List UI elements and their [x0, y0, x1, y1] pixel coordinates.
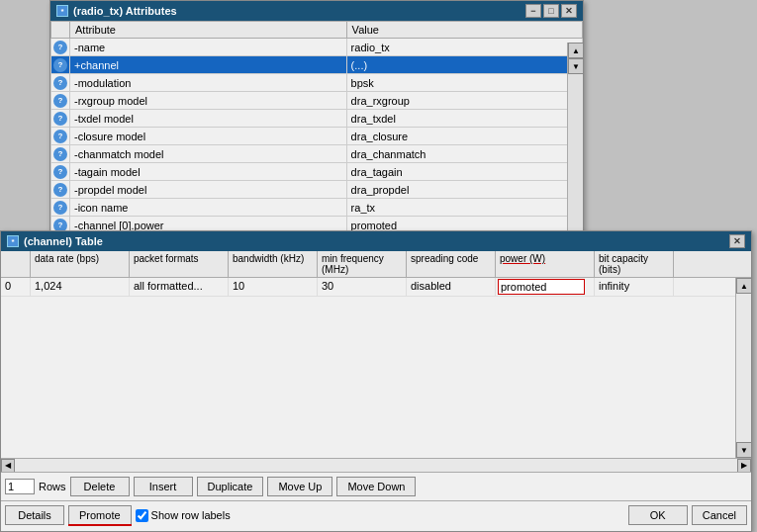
- top-window-title: (radio_tx) Attributes: [73, 5, 177, 17]
- scroll-up-arrow[interactable]: ▲: [736, 278, 751, 294]
- attr-row-value: dra_tagain: [346, 163, 582, 181]
- rows-input[interactable]: [5, 479, 35, 494]
- col-header-bit-cap: bit capacity (bits): [595, 251, 674, 277]
- attr-row-value: dra_rxgroup: [346, 92, 582, 110]
- attr-icon-header: [51, 22, 70, 39]
- attr-row-value: bpsk: [346, 74, 582, 92]
- scroll-down-arrow[interactable]: ▼: [736, 442, 751, 458]
- table-with-scrollbar: 0 1,024 all formatted... 10 30 disabled …: [1, 278, 751, 458]
- attr-row-icon: ?: [51, 128, 70, 145]
- h-scroll-left-arrow[interactable]: ◀: [1, 459, 15, 473]
- cell-spreading: disabled: [407, 278, 496, 296]
- attr-row-icon: ?: [51, 39, 70, 56]
- col-header-packet-fmt: packet formats: [130, 251, 229, 277]
- cell-packet-fmt: all formatted...: [130, 278, 229, 296]
- channel-table-window: * (channel) Table ✕ data rate (bps) pack…: [0, 230, 752, 532]
- bottom-content: data rate (bps) packet formats bandwidth…: [1, 251, 751, 529]
- attr-row-icon: ?: [51, 74, 70, 92]
- attr-row-name: -modulation: [70, 74, 347, 92]
- table-header-row: data rate (bps) packet formats bandwidth…: [1, 251, 751, 278]
- attr-row-name: -closure model: [70, 128, 347, 145]
- power-input[interactable]: [498, 279, 585, 295]
- scroll-track[interactable]: [736, 294, 751, 442]
- col-header-spreading: spreading code: [407, 251, 496, 277]
- ok-button[interactable]: OK: [628, 505, 688, 525]
- cell-row-num: 0: [1, 278, 31, 296]
- attr-row-value: ra_tx: [346, 199, 582, 217]
- attr-row-name: +channel: [70, 56, 347, 74]
- window-icon: *: [56, 5, 68, 17]
- insert-button[interactable]: Insert: [134, 477, 193, 496]
- rows-label: Rows: [39, 481, 66, 492]
- show-row-labels-checkbox[interactable]: [136, 509, 148, 522]
- col-header-bandwidth: bandwidth (kHz): [229, 251, 318, 277]
- top-window-titlebar: * (radio_tx) Attributes − □ ✕: [50, 1, 583, 21]
- cell-bandwidth: 10: [229, 278, 318, 296]
- table-footer: Details Promote Show row labels OK Cance…: [1, 500, 751, 529]
- channel-close-button[interactable]: ✕: [729, 234, 745, 248]
- bottom-window-title: (channel) Table: [24, 235, 103, 247]
- titlebar-controls: − □ ✕: [525, 4, 577, 18]
- show-row-labels-text: Show row labels: [151, 509, 231, 521]
- attr-row-name: -propdel model: [70, 181, 347, 199]
- attr-row-value: dra_txdel: [346, 110, 582, 128]
- attributes-scrollbar[interactable]: ▲ ▼: [567, 43, 583, 234]
- col-header-power: power (W): [496, 251, 595, 277]
- attr-row-icon: ?: [51, 110, 70, 128]
- attr-row-icon: ?: [51, 181, 70, 199]
- table-data-area: 0 1,024 all formatted... 10 30 disabled …: [1, 278, 735, 458]
- bottom-titlebar-controls: ✕: [729, 234, 745, 248]
- attr-row-value: (...): [346, 56, 582, 74]
- cancel-button[interactable]: Cancel: [692, 505, 747, 525]
- value-column-header: Value: [346, 22, 582, 39]
- attr-row-icon: ?: [51, 163, 70, 181]
- empty-table-area: [1, 297, 735, 415]
- bottom-titlebar-left: * (channel) Table: [7, 235, 103, 247]
- attr-row-icon: ?: [51, 199, 70, 217]
- col-header-min-freq: min frequency (MHz): [318, 251, 407, 277]
- scroll-down-button[interactable]: ▼: [568, 58, 584, 74]
- attr-row-value: radio_tx: [346, 39, 582, 56]
- attributes-table: Attribute Value ?-nameradio_tx?+channel(…: [50, 21, 583, 234]
- h-scroll-track[interactable]: [15, 459, 737, 473]
- vertical-scrollbar[interactable]: ▲ ▼: [735, 278, 751, 458]
- cell-power[interactable]: [496, 278, 595, 296]
- titlebar-left: * (radio_tx) Attributes: [56, 5, 177, 17]
- attr-row-icon: ?: [51, 145, 70, 163]
- attr-row-icon: ?: [51, 92, 70, 110]
- attr-row-name: -tagain model: [70, 163, 347, 181]
- minimize-button[interactable]: −: [525, 4, 541, 18]
- radio-tx-attributes-window: * (radio_tx) Attributes − □ ✕ Attribute …: [49, 0, 584, 235]
- close-button[interactable]: ✕: [561, 4, 577, 18]
- attr-row-name: -chanmatch model: [70, 145, 347, 163]
- table-area: data rate (bps) packet formats bandwidth…: [1, 251, 751, 472]
- attr-row-value: dra_closure: [346, 128, 582, 145]
- show-row-labels-label: Show row labels: [136, 509, 231, 522]
- col-header-row-num: [1, 251, 31, 277]
- promote-button-container: Promote: [68, 505, 132, 525]
- move-up-button[interactable]: Move Up: [267, 477, 332, 496]
- move-down-button[interactable]: Move Down: [336, 477, 416, 496]
- maximize-button[interactable]: □: [543, 4, 559, 18]
- promote-underline: [68, 524, 132, 526]
- col-header-data-rate: data rate (bps): [31, 251, 130, 277]
- bottom-window-titlebar: * (channel) Table ✕: [1, 231, 751, 251]
- duplicate-button[interactable]: Duplicate: [197, 477, 264, 496]
- cell-data-rate: 1,024: [31, 278, 130, 296]
- promote-button[interactable]: Promote: [68, 505, 132, 525]
- attr-row-name: -txdel model: [70, 110, 347, 128]
- horizontal-scrollbar[interactable]: ◀ ▶: [1, 458, 751, 472]
- details-button[interactable]: Details: [5, 505, 64, 525]
- delete-button[interactable]: Delete: [70, 477, 130, 496]
- table-row: 0 1,024 all formatted... 10 30 disabled …: [1, 278, 735, 297]
- channel-window-icon: *: [7, 235, 19, 247]
- attr-row-value: dra_chanmatch: [346, 145, 582, 163]
- cell-bit-cap: infinity: [595, 278, 674, 296]
- h-scroll-right-arrow[interactable]: ▶: [737, 459, 751, 473]
- scroll-up-button[interactable]: ▲: [568, 43, 584, 58]
- attr-row-name: -name: [70, 39, 347, 56]
- attribute-column-header: Attribute: [70, 22, 347, 39]
- cell-min-freq: 30: [318, 278, 407, 296]
- table-toolbar: Rows Delete Insert Duplicate Move Up Mov…: [1, 472, 751, 500]
- attr-row-value: dra_propdel: [346, 181, 582, 199]
